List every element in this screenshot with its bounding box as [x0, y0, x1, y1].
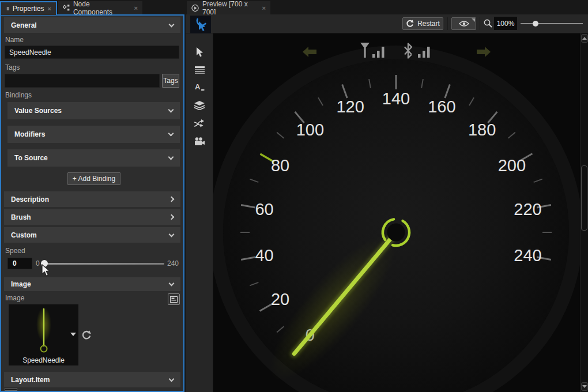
svg-text:60: 60 — [255, 200, 273, 218]
speed-slider-max-label: 240 — [167, 259, 179, 267]
tags-input[interactable] — [5, 74, 160, 88]
needle-asset-thumbnail — [27, 304, 61, 355]
tool-select[interactable] — [186, 43, 213, 61]
section-value-sources-title: Value Sources — [14, 107, 62, 115]
tool-interact-selected[interactable] — [190, 16, 211, 34]
chevron-down-icon — [169, 231, 175, 237]
image-asset-name: SpeedNeedle — [22, 356, 65, 364]
section-to-source[interactable]: To Source — [7, 149, 180, 167]
speed-slider-min-label: 0 — [36, 259, 40, 267]
section-custom[interactable]: Custom — [4, 227, 180, 243]
svg-text:A: A — [195, 82, 201, 91]
visibility-button[interactable] — [451, 17, 476, 30]
svg-text:100: 100 — [296, 120, 324, 139]
tool-camera[interactable] — [186, 133, 213, 150]
zoom-slider-handle[interactable] — [533, 21, 538, 27]
form-editor-icon — [170, 296, 178, 303]
svg-text:140: 140 — [382, 89, 410, 108]
select-cursor-icon — [196, 47, 203, 57]
tab-preview-label: Preview [700 x 700] — [202, 0, 259, 16]
tab-preview[interactable]: Preview [700 x 700] × — [187, 1, 270, 14]
svg-text:120: 120 — [336, 97, 364, 116]
chevron-down-icon — [169, 21, 175, 27]
speed-label: Speed — [5, 247, 25, 255]
name-label: Name — [5, 36, 24, 44]
chevron-down-icon — [168, 107, 174, 113]
zoom-value[interactable]: 100% — [494, 17, 517, 30]
section-image[interactable]: Image — [4, 277, 180, 291]
tool-grid[interactable] — [186, 61, 213, 78]
split-arrows-icon — [194, 119, 205, 128]
video-camera-icon — [194, 137, 205, 146]
interact-cursor-icon — [194, 18, 207, 32]
tab-node-components-label: Node Components — [73, 0, 131, 16]
chevron-down-icon — [169, 281, 175, 287]
image-dropdown-caret-icon[interactable] — [70, 333, 76, 336]
zoom-slider-track[interactable] — [521, 23, 583, 24]
tool-connections[interactable] — [186, 115, 213, 132]
left-tabstrip: Properties × Node Components × — [0, 0, 186, 14]
image-label: Image — [5, 294, 24, 302]
play-circle-icon — [191, 4, 199, 12]
section-value-sources[interactable]: Value Sources — [7, 102, 180, 119]
dropdown-corner-icon — [472, 18, 475, 22]
section-brush[interactable]: Brush — [4, 209, 180, 225]
section-modifiers[interactable]: Modifiers — [7, 126, 180, 143]
triangle-up-icon — [582, 37, 587, 40]
tab-preview-close-icon[interactable]: × — [262, 5, 266, 12]
chevron-down-icon — [169, 376, 175, 382]
section-layout-item-title: Layout.Item — [11, 376, 50, 384]
next-row-partial — [5, 388, 17, 391]
section-description[interactable]: Description — [4, 191, 180, 207]
preview-canvas[interactable]: 020406080100120140160180200220240 — [213, 33, 580, 392]
section-brush-title: Brush — [11, 213, 31, 221]
tags-button[interactable]: Tags — [162, 74, 179, 88]
speedometer-gauge: 020406080100120140160180200220240 — [213, 33, 580, 392]
section-description-title: Description — [11, 195, 49, 203]
image-reset-button[interactable] — [81, 330, 92, 342]
svg-text:240: 240 — [514, 246, 541, 265]
layers-icon — [194, 101, 205, 110]
chevron-right-icon — [169, 197, 175, 202]
scroll-down-button[interactable] — [581, 382, 588, 391]
preview-tabstrip: Preview [700 x 700] × — [186, 0, 588, 14]
preview-vertical-scrollbar[interactable] — [580, 33, 588, 392]
svg-text:220: 220 — [514, 200, 541, 218]
image-editor-button[interactable] — [168, 293, 180, 305]
properties-list-icon — [6, 6, 9, 12]
section-modifiers-title: Modifiers — [14, 130, 45, 138]
section-general[interactable]: General — [4, 17, 180, 33]
tab-properties[interactable]: Properties × — [0, 1, 57, 14]
restart-button[interactable]: Restart — [402, 17, 443, 30]
image-asset-tile[interactable]: SpeedNeedle — [9, 304, 78, 365]
svg-text:40: 40 — [255, 246, 273, 265]
tool-layers[interactable] — [186, 97, 213, 114]
node-components-icon — [63, 5, 70, 12]
restart-icon — [406, 20, 414, 28]
chevron-right-icon — [169, 214, 175, 220]
name-input[interactable] — [5, 46, 179, 59]
section-general-title: General — [11, 21, 37, 29]
tool-text[interactable]: A — [186, 78, 213, 96]
table-icon — [195, 66, 205, 74]
tab-node-components-close-icon[interactable]: × — [134, 5, 138, 12]
section-layout-item[interactable]: Layout.Item — [4, 372, 180, 387]
tab-node-components[interactable]: Node Components × — [58, 1, 142, 14]
section-custom-title: Custom — [11, 231, 37, 239]
eye-icon — [459, 20, 469, 27]
speed-value-input[interactable]: 0 — [7, 258, 32, 269]
tab-properties-close-icon[interactable]: × — [48, 5, 51, 12]
kanzi-studio-window: Properties × Node Components × General N… — [0, 0, 588, 392]
chevron-down-icon — [168, 154, 174, 160]
scrollbar-thumb[interactable] — [581, 165, 587, 231]
svg-text:20: 20 — [271, 290, 289, 308]
add-binding-button[interactable]: + Add Binding — [67, 172, 120, 185]
speed-slider-track[interactable] — [45, 263, 164, 265]
scroll-up-button[interactable] — [581, 34, 588, 43]
zoom-magnifier-icon — [484, 19, 492, 28]
section-to-source-title: To Source — [14, 154, 48, 162]
svg-text:80: 80 — [271, 156, 289, 175]
tab-properties-label: Properties — [13, 5, 44, 13]
bluetooth-signal-icon — [404, 43, 431, 59]
triangle-down-icon — [582, 385, 587, 388]
